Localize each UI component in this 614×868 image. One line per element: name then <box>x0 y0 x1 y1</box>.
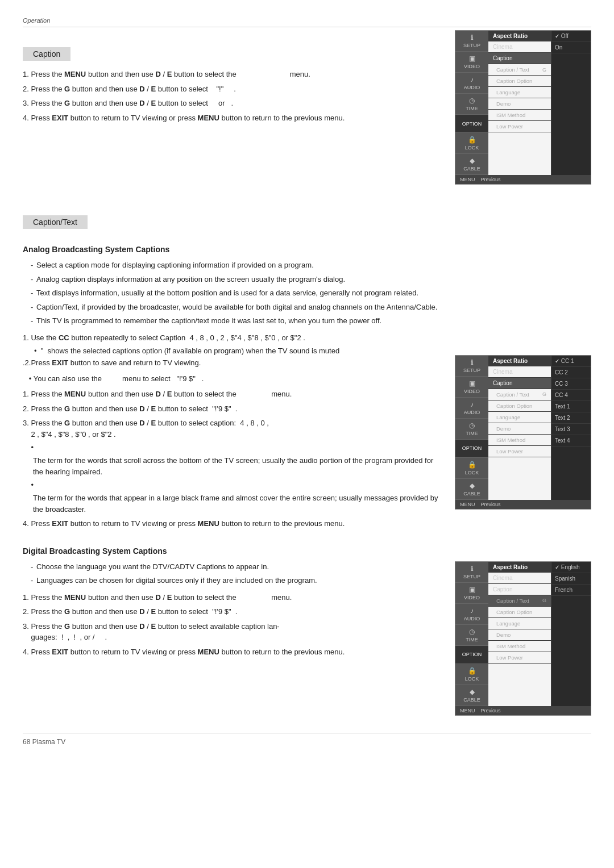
step-2: 2. Press the G button and then use D / E… <box>23 84 443 95</box>
analog-step-last: 4. Press EXIT button to return to TV vie… <box>23 518 443 529</box>
menu-language-3: Language <box>488 618 551 629</box>
tv-sidebar-3: ℹ SETUP ▣ VIDEO ♪ AUDIO <box>455 562 488 706</box>
right-text3: Text 3 <box>551 424 591 435</box>
menu-ism-1: ISM Method <box>488 110 551 121</box>
analog-bullets: Select a caption mode for displaying cap… <box>31 260 591 327</box>
analog-step-4: 2. Press the G button and then use D / E… <box>23 403 443 415</box>
sidebar-setup-2: ℹ SETUP <box>455 356 488 377</box>
menu-caption-text-2: Caption / Text G <box>488 389 551 400</box>
caption-steps: 1. Press the MENU button and then use D … <box>23 69 443 123</box>
sidebar-time-3: ◷ TIME <box>455 625 488 646</box>
sidebar-cable-2: ◆ CABLE <box>455 479 488 500</box>
tv-right-2: CC 1 CC 2 CC 3 CC 4 Text 1 Text 2 Text 3… <box>551 356 591 500</box>
caption-text-title: Caption/Text <box>23 215 88 229</box>
footer-label: 68 Plasma TV <box>23 738 65 746</box>
sidebar-lock: 🔒 LOCK <box>455 133 488 154</box>
sidebar-cable-3: ◆ CABLE <box>455 685 488 706</box>
cable-icon: ◆ <box>470 157 475 165</box>
audio-icon: ♪ <box>470 76 474 84</box>
tv-main-content-2: Aspect Ratio Cinema Caption Caption / Te… <box>488 356 551 500</box>
sidebar-video-3: ▣ VIDEO <box>455 583 488 604</box>
tv-top-2: Aspect Ratio <box>488 356 551 366</box>
step-3: 3. Press the G button and then use D / E… <box>23 98 443 109</box>
setup-icon-3: ℹ <box>471 565 474 573</box>
time-icon-2: ◷ <box>469 422 475 429</box>
menu-lowpower-1: Low Power <box>488 121 551 132</box>
analog-step-5: 3. Press the G button and then use D / E… <box>23 418 443 440</box>
time-icon: ◷ <box>469 97 475 105</box>
sidebar-setup: ℹ SETUP <box>455 31 488 52</box>
digital-step-4: 4. Press EXIT button to return to TV vie… <box>23 646 443 658</box>
sidebar-time: ◷ TIME <box>455 94 488 115</box>
menu-demo-3: Demo <box>488 629 551 641</box>
analog-bullet-3: Text displays information, usually at th… <box>31 287 591 299</box>
analog-bullet-note: • " shows the selected captions option (… <box>34 347 443 355</box>
tv-bottom-bar-3: MENU Previous <box>455 706 591 715</box>
menu-caption-1: Caption <box>488 53 551 64</box>
sidebar-cable: ◆ CABLE <box>455 154 488 175</box>
analog-bullet-2: Analog caption displays information at a… <box>31 274 591 285</box>
lock-icon: 🔒 <box>468 136 476 144</box>
menu-caption-option-1: Caption Option <box>488 76 551 87</box>
menu-ism-3: ISM Method <box>488 641 551 652</box>
lock-icon-2: 🔒 <box>468 461 476 469</box>
video-icon-2: ▣ <box>469 379 475 387</box>
analog-dot-2: • <box>23 481 443 489</box>
menu-demo-1: Demo <box>488 98 551 110</box>
time-icon-3: ◷ <box>469 628 475 636</box>
right-text4: Text 4 <box>551 435 591 446</box>
menu-caption-option-3: Caption Option <box>488 607 551 618</box>
analog-steps-area: 1. Use the CC button repeatedly to selec… <box>23 332 591 533</box>
tv-sidebar-2: ℹ SETUP ▣ VIDEO ♪ AUDIO <box>455 356 488 500</box>
menu-caption-2: Caption <box>488 378 551 389</box>
analog-steps-left: 1. Use the CC button repeatedly to selec… <box>23 332 443 533</box>
right-cc3: CC 3 <box>551 378 591 390</box>
tv-main-content-3: Aspect Ratio Cinema Caption Caption / Te… <box>488 562 551 706</box>
tv-menu-2: ℹ SETUP ▣ VIDEO ♪ AUDIO <box>455 355 591 510</box>
analog-term1: The term for the words that scroll acros… <box>33 455 443 477</box>
section-digital: Digital Broadcasting System Captions Cho… <box>23 546 591 716</box>
analog-bullet-5: This TV is programmed to remember the ca… <box>31 315 591 327</box>
analog-bullet-1: Select a caption mode for displaying cap… <box>31 260 591 271</box>
menu-caption-text-1: Caption / Text G <box>488 64 551 76</box>
menu-language-2: Language <box>488 412 551 423</box>
sidebar-audio-3: ♪ AUDIO <box>455 604 488 625</box>
menu-panel-1: ℹ SETUP ▣ VIDEO ♪ AUDIO <box>455 30 591 185</box>
video-icon-3: ▣ <box>469 586 475 594</box>
caption-title: Caption <box>23 47 70 61</box>
analog-title: Analog Broadcasting System Captions <box>23 245 591 254</box>
sidebar-setup-3: ℹ SETUP <box>455 562 488 583</box>
analog-step-1: 1. Use the CC button repeatedly to selec… <box>23 332 443 344</box>
step-4: 4. Press EXIT button to return to TV vie… <box>23 112 443 124</box>
menu-cinema-3: Cinema <box>488 573 551 584</box>
tv-bottom-bar-2: MENU Previous <box>455 500 591 509</box>
right-cc1: CC 1 <box>551 356 591 367</box>
digital-step-3: 3. Press the G button and then use D / E… <box>23 621 443 643</box>
right-cc2: CC 2 <box>551 367 591 378</box>
step-1: 1. Press the MENU button and then use D … <box>23 69 443 80</box>
menu-caption-text-3: Caption / Text G <box>488 595 551 607</box>
setup-icon-2: ℹ <box>471 358 474 366</box>
sidebar-option-3: OPTION <box>455 646 488 664</box>
lock-icon-3: 🔒 <box>468 667 476 675</box>
tv-right-1: Off On <box>551 31 591 175</box>
digital-bullets: Choose the language you want the DTV/CAD… <box>31 561 443 586</box>
digital-step-2: 2. Press the G button and then use D / E… <box>23 606 443 617</box>
tv-main-content-1: Aspect Ratio Cinema Caption Caption / Te… <box>488 31 551 175</box>
tv-menu-3: ℹ SETUP ▣ VIDEO ♪ AUDIO <box>455 561 591 716</box>
sidebar-time-2: ◷ TIME <box>455 419 488 440</box>
tv-sidebar-1: ℹ SETUP ▣ VIDEO ♪ AUDIO <box>455 31 488 175</box>
right-spanish: Spanish <box>551 573 591 585</box>
audio-icon-3: ♪ <box>470 607 474 615</box>
menu-caption-3: Caption <box>488 584 551 595</box>
sidebar-lock-2: 🔒 LOCK <box>455 458 488 479</box>
analog-sub-note: • You can also use the menu to select "!… <box>23 373 443 385</box>
footer: 68 Plasma TV <box>23 733 591 746</box>
sidebar-option-2: OPTION <box>455 440 488 458</box>
sidebar-audio: ♪ AUDIO <box>455 73 488 94</box>
sidebar-option: OPTION <box>455 115 488 133</box>
cable-icon-2: ◆ <box>470 482 475 490</box>
digital-step-1: 1. Press the MENU button and then use D … <box>23 592 443 603</box>
tv-top-3: Aspect Ratio <box>488 562 551 573</box>
analog-step-2: .2.Press EXIT button to save and return … <box>23 357 443 369</box>
